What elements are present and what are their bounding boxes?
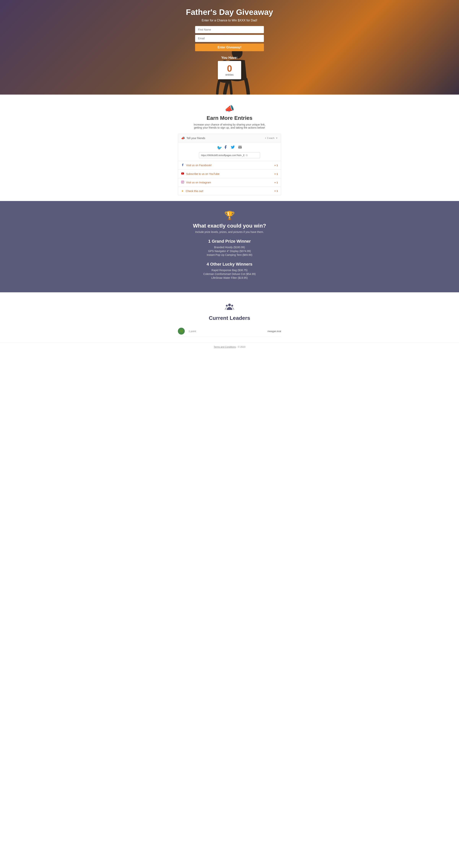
grand-prize-item-1: Branded Hoody ($180.99) [207, 246, 253, 249]
star-action-label: Check this out! [186, 189, 203, 193]
other-prize-item-1: Rapid Response Bag ($38.75) [203, 269, 256, 272]
svg-point-6 [228, 304, 231, 306]
trophy-icon: 🏆 [224, 211, 235, 220]
enter-giveaway-button[interactable]: Enter Giveaway! [195, 43, 264, 51]
grand-prize-item-3: Instant Pop Up Camping Tent ($69.99) [207, 253, 253, 256]
action-row-star[interactable]: ★ Check this out! + 1 [178, 187, 281, 195]
grand-prize-item-2: GPS Navigator 4" Display ($374.99) [207, 250, 253, 253]
actions-container: 📣 Tell your friends + 3 each ▼ 🐦 [178, 134, 281, 195]
facebook-icon [181, 163, 184, 167]
tell-friends-points: + 3 each [265, 136, 275, 140]
leaders-title: Current Leaders [209, 315, 250, 321]
action-row-instagram[interactable]: Visit us on Instagram + 1 [178, 178, 281, 187]
footer-copyright-year: © 2023 [238, 346, 246, 348]
leader-row: 🌿 1 point meagan.kral [178, 326, 281, 337]
you-have-label: You Have: [218, 56, 241, 60]
action-row-facebook[interactable]: Visit us on Facebook! + 1 [178, 161, 281, 170]
prize-section: 🏆 What exactly could you win? Include pr… [0, 201, 459, 292]
instagram-action-label: Visit us on Instagram [186, 181, 211, 184]
hero-form: Enter Giveaway! [195, 26, 264, 51]
megaphone-icon: 📣 [225, 104, 234, 113]
grand-prize-group: 1 Grand Prize Winner Branded Hoody ($180… [207, 239, 253, 257]
chevron-down-icon: ▼ [276, 137, 278, 140]
share-url-text: https://0608cb85.kickoffpages.com?kid=_E [201, 154, 245, 157]
svg-point-7 [226, 305, 228, 307]
other-prize-item-3: LifeStraw Water Filter ($19.95) [203, 276, 256, 279]
entries-count: 0 [226, 64, 233, 73]
star-points: + 1 [275, 189, 278, 192]
copy-icon[interactable]: ⧉ [246, 154, 248, 157]
youtube-action-label: Subscribe to us on YouTube [186, 172, 220, 176]
prize-subtitle: Include prize levels, prizes, and pictur… [195, 230, 264, 234]
other-winners-title: 4 Other Lucky Winners [203, 262, 256, 267]
grand-prize-title: 1 Grand Prize Winner [207, 239, 253, 244]
megaphone-small-icon: 📣 [181, 136, 185, 140]
svg-point-4 [182, 182, 183, 183]
tell-friends-label: Tell your friends [187, 136, 205, 140]
facebook-points: + 1 [275, 164, 278, 167]
leaders-section: Current Leaders 🌿 1 point meagan.kral [0, 292, 459, 342]
terms-link[interactable]: Terms and Conditions [213, 346, 236, 348]
hero-title: Father's Day Giveaway [186, 8, 273, 17]
share-twitter-icon[interactable] [231, 145, 235, 150]
svg-text:🌿: 🌿 [180, 330, 183, 333]
prize-title: What exactly could you win? [193, 223, 266, 229]
instagram-points: + 1 [275, 181, 278, 184]
hero-section: Father's Day Giveaway Enter for a Chance… [0, 0, 459, 95]
leader-points: 1 point [189, 330, 263, 333]
email-input[interactable] [195, 35, 264, 42]
other-prize-item-2: Coleman Comfortsmart Deluxe Cot ($54.99) [203, 273, 256, 276]
leaders-icon [225, 302, 234, 313]
star-icon: ★ [181, 189, 184, 193]
earn-section: 📣 Earn More Entries Increase your chance… [0, 95, 459, 201]
svg-rect-3 [181, 181, 184, 183]
share-facebook-icon[interactable]: 🐦 [217, 145, 227, 150]
facebook-action-label: Visit us on Facebook! [186, 164, 212, 167]
other-winners-group: 4 Other Lucky Winners Rapid Response Bag… [203, 262, 256, 280]
footer: Terms and Conditions - © 2023 [0, 342, 459, 351]
earn-title: Earn More Entries [206, 115, 253, 121]
share-email-icon[interactable] [238, 145, 242, 150]
svg-point-5 [183, 181, 183, 182]
youtube-points: + 1 [275, 173, 278, 176]
leader-avatar: 🌿 [178, 328, 185, 335]
entries-label: entries [226, 73, 233, 76]
leader-name: meagan.kral [267, 330, 281, 333]
share-link-row: https://0608cb85.kickoffpages.com?kid=_E… [199, 152, 260, 158]
earn-subtitle: Increase your chance of winning by shari… [189, 123, 270, 129]
instagram-icon [181, 181, 184, 184]
tell-friends-expanded: 🐦 https://0608cb85.kickoffpages.com?kid=… [178, 142, 281, 161]
you-have-section: You Have: 0 entries [218, 56, 241, 79]
action-row-youtube[interactable]: Subscribe to us on YouTube + 1 [178, 170, 281, 178]
first-name-input[interactable] [195, 26, 264, 33]
youtube-icon [181, 172, 184, 176]
footer-copyright: - [236, 346, 238, 348]
entries-box: 0 entries [218, 61, 241, 79]
tell-friends-row[interactable]: 📣 Tell your friends + 3 each ▼ [178, 134, 281, 142]
svg-point-8 [231, 305, 233, 307]
hero-subtitle: Enter for a Chance to Win $XXX for Dad! [202, 19, 257, 22]
